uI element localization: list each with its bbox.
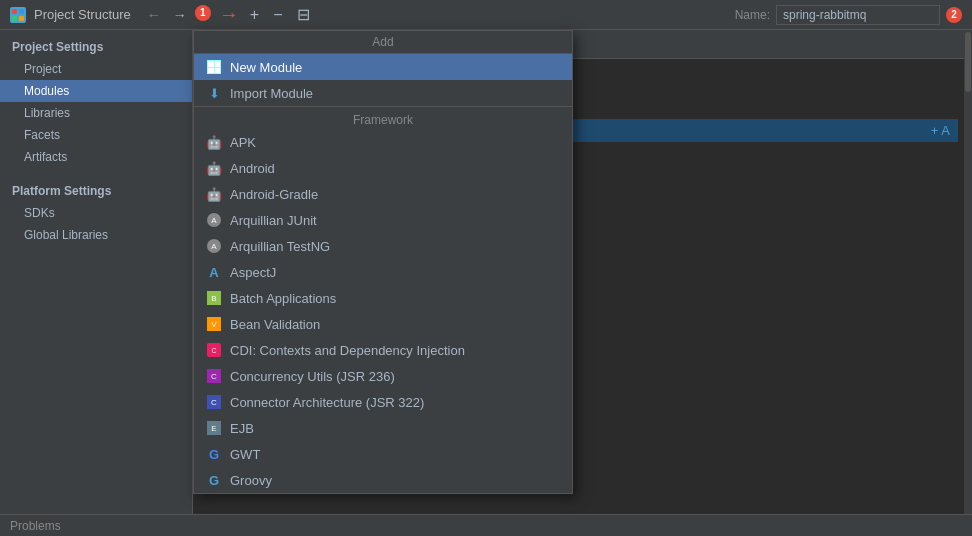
sidebar-item-sdks[interactable]: SDKs (0, 202, 192, 224)
sidebar: Project Settings Project Modules Librari… (0, 30, 193, 514)
svg-rect-1 (19, 9, 24, 14)
add-dropdown: Add New Module ⬇ Import Module Framework… (193, 30, 573, 494)
nav-buttons: ← → 1 (143, 5, 211, 25)
batch-label: Batch Applications (230, 291, 336, 306)
copy-button[interactable]: ⊟ (294, 5, 313, 24)
remove-button[interactable]: − (270, 6, 285, 24)
bean-validation-icon: V (206, 316, 222, 332)
cdi-label: CDI: Contexts and Dependency Injection (230, 343, 465, 358)
import-module-item[interactable]: ⬇ Import Module (194, 80, 572, 106)
gwt-label: GWT (230, 447, 260, 462)
arrow1: → (219, 3, 239, 26)
import-module-icon: ⬇ (206, 85, 222, 101)
arquillian-junit-label: Arquillian JUnit (230, 213, 317, 228)
framework-aspectj[interactable]: A AspectJ (194, 259, 572, 285)
aspectj-icon: A (206, 264, 222, 280)
framework-groovy[interactable]: G Groovy (194, 467, 572, 493)
android-icon: 🤖 (206, 160, 222, 176)
groovy-label: Groovy (230, 473, 272, 488)
framework-ejb[interactable]: E EJB (194, 415, 572, 441)
step2-badge: 2 (946, 7, 962, 23)
concurrency-icon: C (206, 368, 222, 384)
scrollbar-thumb (965, 32, 971, 92)
app-icon (10, 7, 26, 23)
forward-btn[interactable]: → (169, 5, 191, 25)
app-title: Project Structure (34, 7, 131, 22)
framework-apk[interactable]: 🤖 APK (194, 129, 572, 155)
svg-rect-2 (12, 16, 17, 21)
import-module-label: Import Module (230, 86, 313, 101)
connector-label: Connector Architecture (JSR 322) (230, 395, 424, 410)
groovy-icon: G (206, 472, 222, 488)
arquillian-testng-icon: A (206, 238, 222, 254)
title-bar-right: Name: 2 (735, 5, 962, 25)
ejb-label: EJB (230, 421, 254, 436)
framework-cdi[interactable]: C CDI: Contexts and Dependency Injection (194, 337, 572, 363)
bottom-bar: Problems (0, 514, 972, 536)
svg-rect-0 (12, 9, 17, 14)
new-module-label: New Module (230, 60, 302, 75)
sidebar-item-facets[interactable]: Facets (0, 124, 192, 146)
main-content: Project Settings Project Modules Librari… (0, 30, 972, 514)
framework-gwt[interactable]: G GWT (194, 441, 572, 467)
new-module-icon (206, 59, 222, 75)
framework-android-gradle[interactable]: 🤖 Android-Gradle (194, 181, 572, 207)
cdi-icon: C (206, 342, 222, 358)
framework-header: Framework (194, 106, 572, 129)
ejb-icon: E (206, 420, 222, 436)
concurrency-label: Concurrency Utils (JSR 236) (230, 369, 395, 384)
framework-bean-validation[interactable]: V Bean Validation (194, 311, 572, 337)
problems-tab[interactable]: Problems (10, 519, 61, 533)
sidebar-item-libraries[interactable]: Libraries (0, 102, 192, 124)
back-btn[interactable]: ← (143, 5, 165, 25)
step1-badge: 1 (195, 5, 211, 21)
name-input[interactable] (776, 5, 940, 25)
add-header: Add (194, 31, 572, 54)
connector-icon: C (206, 394, 222, 410)
gwt-icon: G (206, 446, 222, 462)
android-gradle-icon: 🤖 (206, 186, 222, 202)
svg-rect-3 (19, 16, 24, 21)
framework-concurrency[interactable]: C Concurrency Utils (JSR 236) (194, 363, 572, 389)
apk-label: APK (230, 135, 256, 150)
add-path-button[interactable]: + A (931, 123, 950, 138)
sidebar-item-global-libraries[interactable]: Global Libraries (0, 224, 192, 246)
android-gradle-label: Android-Gradle (230, 187, 318, 202)
platform-settings-title: Platform Settings (0, 178, 192, 202)
framework-batch[interactable]: B Batch Applications (194, 285, 572, 311)
bean-validation-label: Bean Validation (230, 317, 320, 332)
arquillian-junit-icon: A (206, 212, 222, 228)
framework-android[interactable]: 🤖 Android (194, 155, 572, 181)
sidebar-item-modules[interactable]: Modules (0, 80, 192, 102)
new-module-item[interactable]: New Module (194, 54, 572, 80)
framework-arquillian-junit[interactable]: A Arquillian JUnit (194, 207, 572, 233)
sidebar-item-artifacts[interactable]: Artifacts (0, 146, 192, 168)
framework-arquillian-testng[interactable]: A Arquillian TestNG (194, 233, 572, 259)
arquillian-testng-label: Arquillian TestNG (230, 239, 330, 254)
apk-icon: 🤖 (206, 134, 222, 150)
add-button[interactable]: + (247, 6, 262, 24)
right-scrollbar[interactable] (964, 30, 972, 514)
framework-connector[interactable]: C Connector Architecture (JSR 322) (194, 389, 572, 415)
android-label: Android (230, 161, 275, 176)
batch-icon: B (206, 290, 222, 306)
title-bar: Project Structure ← → 1 → + − ⊟ Name: 2 (0, 0, 972, 30)
project-settings-title: Project Settings (0, 34, 192, 58)
name-label: Name: (735, 8, 770, 22)
aspectj-label: AspectJ (230, 265, 276, 280)
sidebar-item-project[interactable]: Project (0, 58, 192, 80)
